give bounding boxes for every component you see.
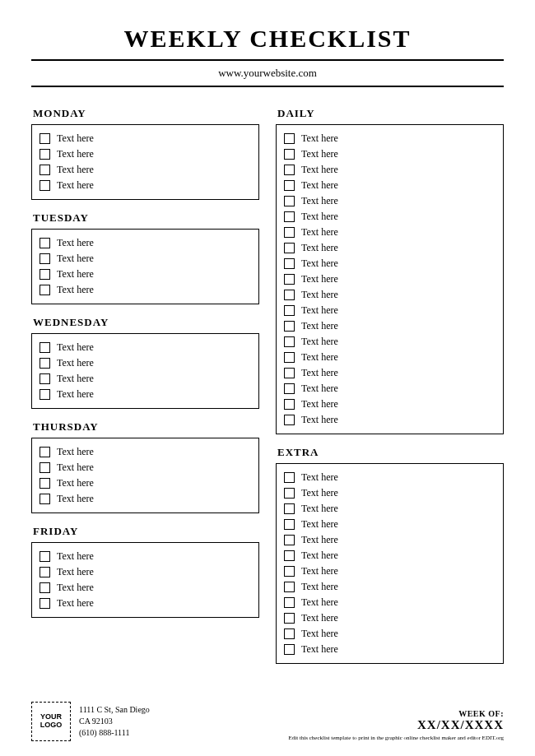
checklist-item: Text here xyxy=(40,460,251,475)
checkbox-icon[interactable] xyxy=(40,567,50,577)
checkbox-icon[interactable] xyxy=(40,253,50,264)
checklist-item-label: Text here xyxy=(57,477,94,489)
checklist-item: Text here xyxy=(284,626,495,642)
checkbox-icon[interactable] xyxy=(284,503,295,514)
checkbox-icon[interactable] xyxy=(284,399,295,410)
checklist-item: Text here xyxy=(284,517,495,532)
checkbox-icon[interactable] xyxy=(284,628,295,639)
checklist-item: Text here xyxy=(284,397,495,412)
checkbox-icon[interactable] xyxy=(284,274,295,285)
checkbox-icon[interactable] xyxy=(284,258,295,269)
checkbox-icon[interactable] xyxy=(284,196,295,206)
checkbox-icon[interactable] xyxy=(40,494,50,504)
checkbox-icon[interactable] xyxy=(40,269,50,280)
checkbox-icon[interactable] xyxy=(40,285,50,295)
checklist-item-label: Text here xyxy=(57,446,94,458)
footer-left: YOUR LOGO 1111 C St, San Diego CA 92103 … xyxy=(31,702,150,741)
checkbox-icon[interactable] xyxy=(284,321,295,332)
checklist-item-label: Text here xyxy=(301,336,338,348)
checkbox-icon[interactable] xyxy=(40,373,50,384)
checkbox-icon[interactable] xyxy=(40,598,50,609)
checklist-item-label: Text here xyxy=(57,357,94,369)
checklist-item: Text here xyxy=(40,131,251,146)
footer: YOUR LOGO 1111 C St, San Diego CA 92103 … xyxy=(31,702,504,741)
checkbox-icon[interactable] xyxy=(284,415,295,425)
checkbox-icon[interactable] xyxy=(284,582,295,592)
checkbox-icon[interactable] xyxy=(40,447,50,457)
checkbox-icon[interactable] xyxy=(284,566,295,577)
checklist-item-label: Text here xyxy=(57,566,94,578)
checkbox-icon[interactable] xyxy=(284,227,295,238)
checkbox-icon[interactable] xyxy=(40,582,50,593)
checkbox-icon[interactable] xyxy=(284,597,295,608)
checkbox-icon[interactable] xyxy=(284,133,295,144)
checkbox-icon[interactable] xyxy=(40,358,50,369)
checkbox-icon[interactable] xyxy=(40,551,50,562)
checklist-item-label: Text here xyxy=(57,284,94,296)
checklist-item-label: Text here xyxy=(57,493,94,505)
checklist-item-label: Text here xyxy=(301,289,338,301)
checklist-item: Text here xyxy=(40,596,251,611)
checkbox-icon[interactable] xyxy=(40,133,50,144)
week-of-label: WEEK OF: xyxy=(288,709,504,718)
checklist-item: Text here xyxy=(40,178,251,193)
checklist-item-label: Text here xyxy=(57,132,94,145)
checkbox-icon[interactable] xyxy=(284,352,295,363)
checklist-item-label: Text here xyxy=(301,257,338,270)
website-url: www.yourwebsite.com xyxy=(31,61,504,86)
section-title: EXTRA xyxy=(276,446,504,459)
checkbox-icon[interactable] xyxy=(284,243,295,253)
checklist-item-label: Text here xyxy=(301,643,338,656)
checkbox-icon[interactable] xyxy=(284,519,295,530)
checkbox-icon[interactable] xyxy=(284,149,295,160)
checklist-item: Text here xyxy=(284,334,495,350)
checkbox-icon[interactable] xyxy=(284,305,295,316)
checklist-item: Text here xyxy=(284,564,495,579)
checkbox-icon[interactable] xyxy=(40,342,50,353)
checkbox-icon[interactable] xyxy=(284,368,295,378)
checkbox-icon[interactable] xyxy=(284,550,295,561)
checklist-item-label: Text here xyxy=(301,132,338,145)
checklist-item-label: Text here xyxy=(301,414,338,426)
section-title: FRIDAY xyxy=(31,525,259,538)
checklist-item: Text here xyxy=(284,209,495,225)
section-box: Text hereText hereText hereText hereText… xyxy=(276,463,504,664)
checkbox-icon[interactable] xyxy=(40,180,50,191)
checklist-item-label: Text here xyxy=(57,148,94,160)
checklist-item: Text here xyxy=(40,162,251,178)
checkbox-icon[interactable] xyxy=(40,462,50,473)
checklist-item: Text here xyxy=(284,271,495,287)
checklist-item-label: Text here xyxy=(57,461,94,474)
checkbox-icon[interactable] xyxy=(284,472,295,483)
checkbox-icon[interactable] xyxy=(284,180,295,191)
left-section-1: TUESDAYText hereText hereText hereText h… xyxy=(31,211,259,304)
checklist-item-label: Text here xyxy=(301,612,338,624)
footer-right: WEEK OF: XX/XX/XXXX Edit this checklist … xyxy=(288,709,504,741)
checkbox-icon[interactable] xyxy=(284,488,295,499)
checkbox-icon[interactable] xyxy=(284,535,295,545)
section-box: Text hereText hereText hereText here xyxy=(31,124,259,200)
right-section-0: DAILYText hereText hereText hereText her… xyxy=(276,107,504,434)
checklist-item: Text here xyxy=(284,470,495,485)
left-section-0: MONDAYText hereText hereText hereText he… xyxy=(31,107,259,200)
checkbox-icon[interactable] xyxy=(284,613,295,624)
left-column: MONDAYText hereText hereText hereText he… xyxy=(31,107,259,675)
checkbox-icon[interactable] xyxy=(40,389,50,400)
checkbox-icon[interactable] xyxy=(284,211,295,222)
checklist-item-label: Text here xyxy=(57,341,94,354)
section-box: Text hereText hereText hereText here xyxy=(31,229,259,304)
checkbox-icon[interactable] xyxy=(284,165,295,175)
week-of-value: XX/XX/XXXX xyxy=(288,718,504,732)
checkbox-icon[interactable] xyxy=(284,336,295,347)
checklist-item-label: Text here xyxy=(301,628,338,640)
checklist-item: Text here xyxy=(284,303,495,318)
checkbox-icon[interactable] xyxy=(40,478,50,489)
checkbox-icon[interactable] xyxy=(40,238,50,248)
logo-placeholder: YOUR LOGO xyxy=(31,702,71,741)
checkbox-icon[interactable] xyxy=(40,165,50,175)
checkbox-icon[interactable] xyxy=(284,290,295,300)
checkbox-icon[interactable] xyxy=(284,383,295,394)
checkbox-icon[interactable] xyxy=(284,644,295,655)
checklist-item-label: Text here xyxy=(301,320,338,332)
checkbox-icon[interactable] xyxy=(40,149,50,160)
